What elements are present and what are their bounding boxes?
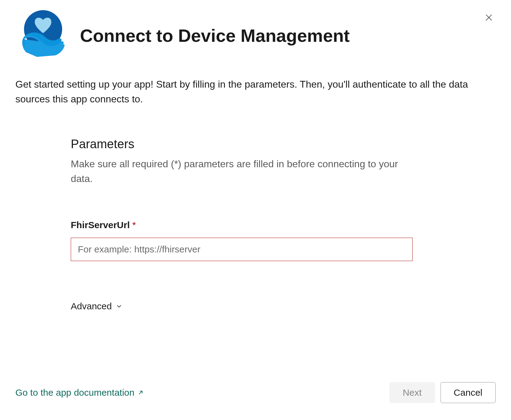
dialog-intro: Get started setting up your app! Start b… [15,77,496,106]
dialog-footer: Go to the app documentation Next Cancel [15,382,496,403]
fhir-server-url-input[interactable] [71,238,413,261]
svg-line-3 [139,391,142,394]
cancel-button[interactable]: Cancel [441,382,496,403]
parameters-section: Parameters Make sure all required (*) pa… [15,137,496,311]
next-button[interactable]: Next [389,382,435,403]
app-icon [15,9,68,61]
documentation-link-text: Go to the app documentation [15,387,134,398]
parameters-description: Make sure all required (*) parameters ar… [71,157,413,186]
documentation-link[interactable]: Go to the app documentation [15,387,144,398]
required-indicator: * [132,220,136,230]
dialog-header: Connect to Device Management [15,9,496,61]
close-button[interactable] [482,11,496,25]
chevron-down-icon [115,303,123,310]
dialog-title: Connect to Device Management [80,25,350,46]
parameters-heading: Parameters [71,137,413,151]
advanced-expander[interactable]: Advanced [71,301,123,311]
fhir-label-text: FhirServerUrl [71,220,130,230]
fhir-server-url-label: FhirServerUrl * [71,220,413,230]
close-icon [485,13,493,22]
external-link-icon [138,390,144,396]
advanced-label: Advanced [71,301,112,311]
footer-buttons: Next Cancel [389,382,496,403]
